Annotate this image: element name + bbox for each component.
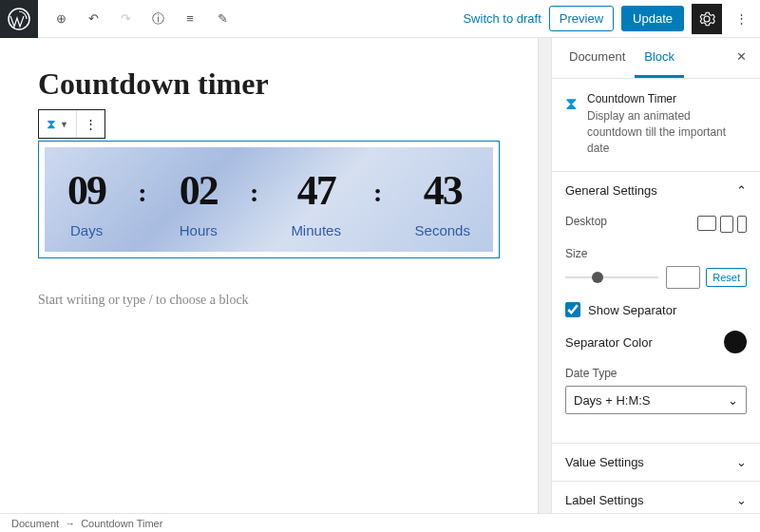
panel-title: Value Settings [565,455,644,469]
timer-separator: : [138,178,146,208]
editor-scrollbar[interactable] [538,38,551,513]
date-type-label: Date Type [565,367,747,380]
timer-minutes-value: 47 [291,166,341,215]
sidebar-tabs: Document Block ✕ [552,38,760,79]
breadcrumb-root[interactable]: Document [11,518,59,529]
chevron-down-icon: ⌄ [736,455,747,469]
redo-button[interactable]: ↷ [110,4,141,34]
breadcrumb: Document → Countdown Timer [0,513,760,532]
tablet-icon[interactable] [720,216,733,233]
reset-button[interactable]: Reset [706,268,747,287]
chevron-down-icon: ⌄ [736,493,747,507]
editor-canvas: Countdown timer ⌃ ⠿ ⌄ ⧗ ▼ ⋮ 09 Days : 02 [0,38,538,513]
top-toolbar: ⊕ ↶ ↷ ⓘ ≡ ✎ Switch to draft Preview Upda… [0,0,760,38]
edit-button[interactable]: ✎ [207,4,238,34]
wordpress-logo[interactable] [0,0,38,38]
page-title[interactable]: Countdown timer [38,66,500,102]
timer-minutes: 47 Minutes [291,166,341,238]
timer-seconds-value: 43 [415,166,470,215]
block-name: Countdown Timer [587,92,747,105]
preview-button[interactable]: Preview [549,6,614,31]
timer-seconds: 43 Seconds [415,166,470,238]
info-button[interactable]: ⓘ [142,4,173,34]
switch-to-draft-link[interactable]: Switch to draft [463,11,541,26]
show-separator-checkbox[interactable] [565,302,580,317]
mobile-icon[interactable] [737,216,747,233]
date-type-select[interactable]: Days + H:M:S ⌄ [565,386,747,414]
timer-days-value: 09 [67,166,105,215]
toolbar-left: ⊕ ↶ ↷ ⓘ ≡ ✎ [38,4,238,34]
tab-document[interactable]: Document [560,38,635,78]
show-separator-label: Show Separator [588,303,676,317]
timer-hours: 02 Hours [180,166,218,238]
size-label: Size [565,247,747,260]
size-slider[interactable] [565,276,658,278]
block-appender[interactable]: Start writing or type / to choose a bloc… [38,293,500,308]
block-toolbar: ⧗ ▼ ⋮ [38,109,105,139]
block-more-button[interactable]: ⋮ [77,110,104,138]
update-button[interactable]: Update [621,6,684,31]
chevron-down-icon: ▼ [60,120,68,129]
size-input[interactable] [666,266,700,289]
undo-button[interactable]: ↶ [78,4,108,34]
outline-button[interactable]: ≡ [175,4,205,34]
countdown-block[interactable]: 09 Days : 02 Hours : 47 Minutes : 43 Sec… [38,141,500,258]
hourglass-icon: ⧗ [47,116,56,132]
desktop-label: Desktop [565,215,607,228]
timer-days-label: Days [67,222,105,238]
desktop-icon[interactable] [697,216,716,231]
block-type-button[interactable]: ⧗ ▼ [39,110,77,138]
timer-seconds-label: Seconds [415,222,470,238]
timer-days: 09 Days [67,166,105,238]
timer-minutes-label: Minutes [291,222,341,238]
chevron-down-icon: ⌄ [728,393,738,408]
block-description: Display an animated countdown till the i… [587,108,747,156]
timer-hours-label: Hours [180,222,218,238]
panel-label-settings[interactable]: Label Settings ⌄ [552,481,760,513]
separator-color-label: Separator Color [565,335,653,350]
separator-color-swatch[interactable] [724,331,747,353]
panel-title: Label Settings [565,493,643,507]
settings-sidebar: Document Block ✕ ⧗ Countdown Timer Displ… [551,38,760,513]
close-sidebar-button[interactable]: ✕ [731,38,752,78]
hourglass-icon: ⧗ [565,94,578,156]
general-settings-body: Desktop Size Reset Show Separator [552,209,760,443]
timer-separator: : [373,178,382,208]
panel-title: General Settings [565,183,657,198]
timer-separator: : [250,178,258,208]
panel-value-settings[interactable]: Value Settings ⌄ [552,443,760,481]
breadcrumb-current: Countdown Timer [81,518,162,529]
toolbar-right: Switch to draft Preview Update ⋮ [463,4,760,34]
device-toggle [697,216,747,233]
tab-block[interactable]: Block [635,38,684,78]
breadcrumb-separator: → [65,518,75,529]
chevron-up-icon: ⌃ [736,183,747,198]
date-type-value: Days + H:M:S [574,393,651,408]
panel-general-settings[interactable]: General Settings ⌃ [552,171,760,209]
timer-hours-value: 02 [180,166,218,215]
settings-button[interactable] [692,4,722,34]
add-block-button[interactable]: ⊕ [46,4,76,34]
block-info-card: ⧗ Countdown Timer Display an animated co… [552,79,760,171]
timer-display: 09 Days : 02 Hours : 47 Minutes : 43 Sec… [45,147,493,252]
more-options-button[interactable]: ⋮ [730,4,752,34]
